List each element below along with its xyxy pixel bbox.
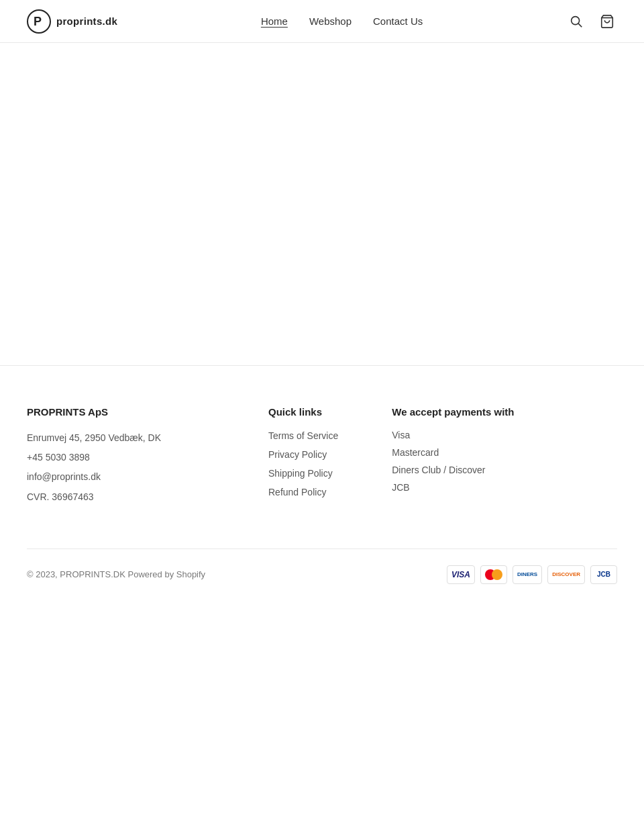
footer-company-address: Enrumvej 45, 2950 Vedbæk, DK: [27, 430, 215, 446]
footer-quick-links: Quick links Terms of Service Privacy Pol…: [268, 406, 338, 508]
list-item: Mastercard: [392, 447, 514, 458]
privacy-policy-link[interactable]: Privacy Policy: [268, 449, 327, 460]
list-item: Privacy Policy: [268, 448, 338, 461]
header-icons: [566, 11, 617, 32]
svg-point-2: [572, 16, 580, 24]
mastercard-icon: [480, 565, 507, 584]
footer-payments: We accept payments with Visa Mastercard …: [392, 406, 514, 508]
footer-bottom: © 2023, PROPRINTS.DK Powered by Shopify …: [27, 548, 617, 584]
nav-webshop[interactable]: Webshop: [309, 15, 352, 27]
footer-company-cvr: CVR. 36967463: [27, 489, 215, 506]
site-header: P proprints.dk Home Webshop Contact Us: [0, 0, 644, 43]
list-item: Shipping Policy: [268, 467, 338, 479]
cart-icon: [600, 14, 614, 29]
site-footer: PROPRINTS ApS Enrumvej 45, 2950 Vedbæk, …: [0, 365, 644, 611]
cart-button[interactable]: [597, 11, 617, 32]
footer-payments-list: Visa Mastercard Diners Club / Discover J…: [392, 430, 514, 493]
search-button[interactable]: [566, 11, 586, 32]
list-item: Terms of Service: [268, 430, 338, 442]
visa-icon: VISA: [447, 565, 475, 584]
nav-contact[interactable]: Contact Us: [373, 15, 423, 27]
svg-text:P: P: [34, 15, 42, 28]
list-item: Diners Club / Discover: [392, 465, 514, 475]
footer-payments-heading: We accept payments with: [392, 406, 514, 418]
logo-text: proprints.dk: [56, 15, 117, 27]
mc-orange-circle: [492, 569, 502, 580]
main-content: [0, 43, 644, 365]
list-item: Refund Policy: [268, 486, 338, 498]
brand-link[interactable]: PROPRINTS.DK: [60, 569, 125, 579]
footer-copyright: © 2023, PROPRINTS.DK Powered by Shopify: [27, 569, 205, 579]
footer-company-email: info@proprints.dk: [27, 469, 215, 485]
svg-line-3: [578, 23, 582, 27]
payment-icons: VISA DINERS DISCOVER JCB: [447, 565, 617, 584]
footer-company-name: PROPRINTS ApS: [27, 406, 215, 418]
footer-quick-links-list: Terms of Service Privacy Policy Shipping…: [268, 430, 338, 498]
logo-link[interactable]: P proprints.dk: [27, 9, 117, 34]
copyright-symbol: © 2023,: [27, 569, 58, 579]
list-item: Visa: [392, 430, 514, 440]
main-nav: Home Webshop Contact Us: [261, 15, 423, 27]
footer-quick-links-heading: Quick links: [268, 406, 338, 418]
footer-company-info: PROPRINTS ApS Enrumvej 45, 2950 Vedbæk, …: [27, 406, 215, 508]
shipping-policy-link[interactable]: Shipping Policy: [268, 468, 333, 479]
discover-icon: DISCOVER: [547, 565, 585, 584]
search-icon: [569, 14, 584, 29]
terms-of-service-link[interactable]: Terms of Service: [268, 430, 338, 441]
list-item: JCB: [392, 482, 514, 493]
diners-icon: DINERS: [513, 565, 542, 584]
nav-home[interactable]: Home: [261, 15, 288, 27]
refund-policy-link[interactable]: Refund Policy: [268, 487, 326, 497]
powered-by-link[interactable]: Powered by Shopify: [128, 569, 206, 579]
footer-company-phone: +45 5030 3898: [27, 449, 215, 466]
jcb-icon: JCB: [590, 565, 617, 584]
logo-icon: P: [27, 9, 51, 34]
